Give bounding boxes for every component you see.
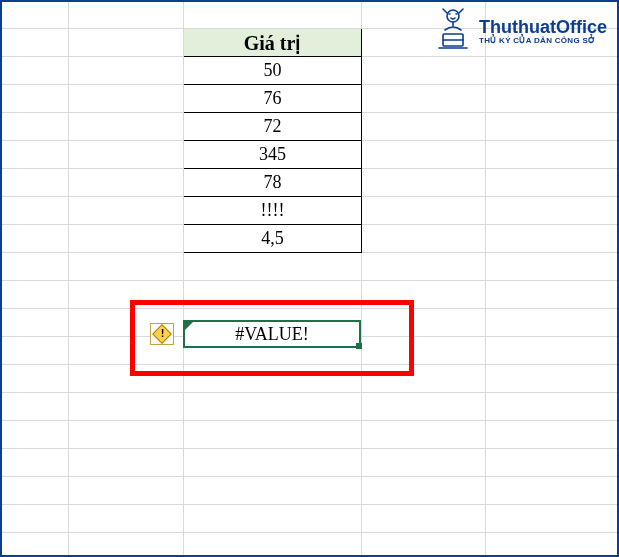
table-row[interactable]: 78 (184, 169, 362, 197)
selected-error-cell[interactable]: #VALUE! (183, 320, 361, 348)
logo-title: ThuthuatOffice (479, 18, 607, 36)
table-row[interactable]: 76 (184, 85, 362, 113)
table-row[interactable]: 4,5 (184, 225, 362, 253)
logo-mascot-icon (433, 6, 473, 56)
error-warning-button[interactable] (150, 323, 174, 345)
table-row[interactable]: 50 (184, 57, 362, 85)
logo-subtitle: THỦ KÝ CỦA DÂN CÔNG SỞ (479, 36, 607, 45)
error-indicator-triangle (185, 322, 193, 330)
table-row[interactable]: 345 (184, 141, 362, 169)
table-row[interactable]: 72 (184, 113, 362, 141)
svg-point-0 (447, 10, 459, 22)
table-header[interactable]: Giá trị (184, 29, 362, 57)
brand-logo: ThuthuatOffice THỦ KÝ CỦA DÂN CÔNG SỞ (433, 6, 607, 56)
error-cell-value: #VALUE! (235, 324, 309, 344)
warning-icon (152, 324, 172, 344)
table-row[interactable]: !!!! (184, 197, 362, 225)
spreadsheet-grid[interactable]: Giá trị 50 76 72 345 78 !!!! 4,5 (0, 0, 619, 557)
